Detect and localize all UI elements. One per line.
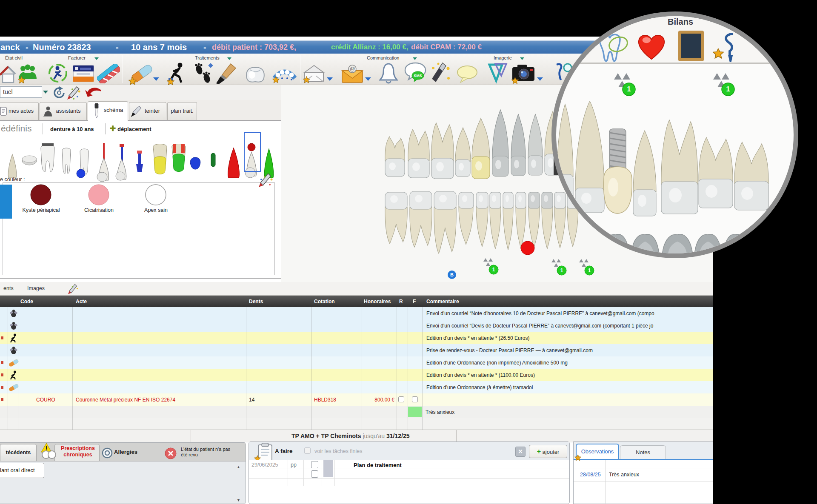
svg-text:1: 1 bbox=[560, 268, 563, 273]
svg-text:1: 1 bbox=[588, 268, 591, 273]
svg-text:B: B bbox=[450, 272, 454, 277]
svg-text:1: 1 bbox=[627, 85, 631, 93]
svg-text:1: 1 bbox=[726, 85, 730, 93]
svg-text:1: 1 bbox=[492, 267, 495, 273]
svg-text:@: @ bbox=[350, 66, 355, 72]
svg-text:SMS: SMS bbox=[414, 74, 422, 78]
